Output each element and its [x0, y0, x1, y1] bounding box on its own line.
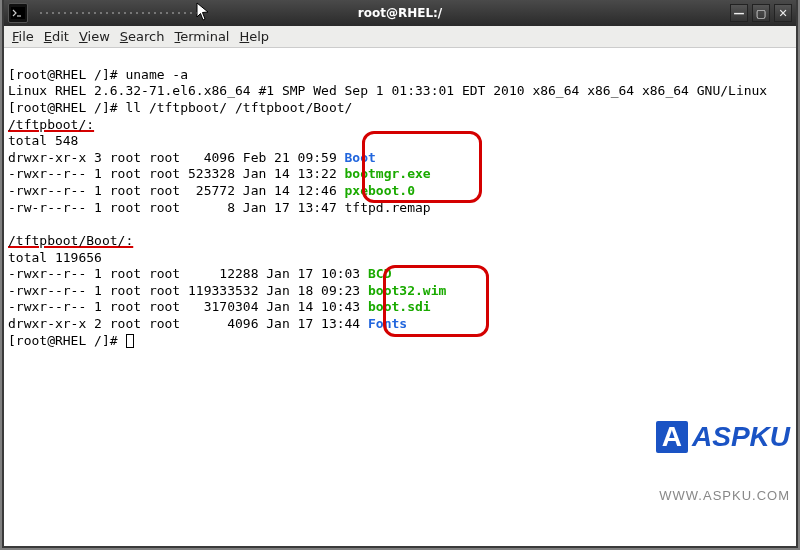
filename-fonts: Fonts — [368, 316, 407, 331]
menubar: File Edit View Search Terminal Help — [4, 26, 796, 48]
uname-output: Linux RHEL 2.6.32-71.el6.x86_64 #1 SMP W… — [8, 83, 767, 98]
dir-header-2: /tftpboot/Boot/: — [8, 233, 133, 248]
menu-terminal[interactable]: Terminal — [175, 29, 230, 44]
filename-bootmgr: bootmgr.exe — [345, 166, 431, 181]
app-icon — [8, 3, 28, 23]
watermark: A ASPKU WWW.ASPKU.COM — [656, 386, 790, 538]
menu-search[interactable]: Search — [120, 29, 165, 44]
filename-boot: Boot — [345, 150, 376, 165]
total-2: total 119656 — [8, 250, 102, 265]
watermark-brand: ASPKU — [692, 419, 790, 455]
filename-tftpd: tftpd.remap — [345, 200, 431, 215]
prompt: [root@RHEL /]# — [8, 333, 125, 348]
text-cursor — [126, 334, 134, 348]
menu-file[interactable]: File — [12, 29, 34, 44]
watermark-url: WWW.ASPKU.COM — [656, 488, 790, 505]
watermark-logo-icon: A — [656, 421, 688, 453]
terminal-output[interactable]: [root@RHEL /]# uname -a Linux RHEL 2.6.3… — [4, 48, 796, 546]
prompt: [root@RHEL /]# — [8, 100, 125, 115]
titlebar[interactable]: root@RHEL:/ — ▢ ✕ — [4, 0, 796, 26]
terminal-window: root@RHEL:/ — ▢ ✕ File Edit View Search … — [2, 0, 798, 548]
filename-bcd: BCD — [368, 266, 391, 281]
ls-row: drwxr-xr-x 2 root root 4096 Jan 17 13:44… — [8, 316, 407, 331]
minimize-button[interactable]: — — [730, 4, 748, 22]
ls-row: -rwxr--r-- 1 root root 25772 Jan 14 12:4… — [8, 183, 415, 198]
menu-edit[interactable]: Edit — [44, 29, 69, 44]
mouse-pointer-icon — [196, 2, 210, 22]
svg-rect-0 — [11, 7, 25, 19]
filename-pxeboot: pxeboot.0 — [345, 183, 415, 198]
cmd-ll: ll /tftpboot/ /tftpboot/Boot/ — [125, 100, 352, 115]
filename-boot32: boot32.wim — [368, 283, 446, 298]
window-title: root@RHEL:/ — [358, 6, 442, 20]
filename-bootsdi: boot.sdi — [368, 299, 431, 314]
close-button[interactable]: ✕ — [774, 4, 792, 22]
ls-row: -rwxr--r-- 1 root root 3170304 Jan 14 10… — [8, 299, 431, 314]
ls-row: drwxr-xr-x 3 root root 4096 Feb 21 09:59… — [8, 150, 376, 165]
total-1: total 548 — [8, 133, 78, 148]
ls-row: -rwxr--r-- 1 root root 119333532 Jan 18 … — [8, 283, 446, 298]
menu-help[interactable]: Help — [239, 29, 269, 44]
ls-row: -rwxr--r-- 1 root root 523328 Jan 14 13:… — [8, 166, 431, 181]
dir-header-1: /tftpboot/: — [8, 117, 94, 132]
menu-view[interactable]: View — [79, 29, 110, 44]
cmd-uname: uname -a — [125, 67, 188, 82]
prompt: [root@RHEL /]# — [8, 67, 125, 82]
ls-row: -rw-r--r-- 1 root root 8 Jan 17 13:47 tf… — [8, 200, 431, 215]
ls-row: -rwxr--r-- 1 root root 12288 Jan 17 10:0… — [8, 266, 392, 281]
titlebar-grip — [38, 10, 198, 16]
maximize-button[interactable]: ▢ — [752, 4, 770, 22]
